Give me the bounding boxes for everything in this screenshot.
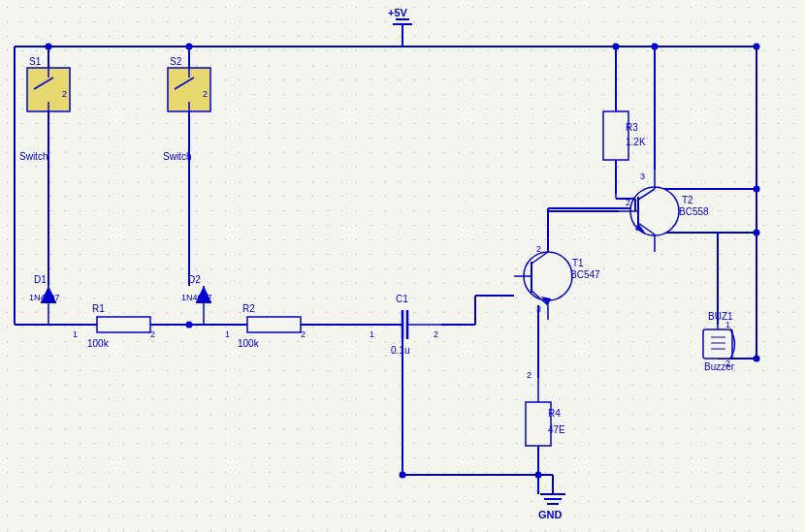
t1-pin3: 3 xyxy=(536,304,541,314)
r3-label: R3 xyxy=(626,122,638,133)
svg-rect-92 xyxy=(703,329,732,359)
svg-rect-70 xyxy=(603,111,628,160)
junction-top-right xyxy=(754,44,760,50)
c1-sublabel: 0.1u xyxy=(391,345,409,356)
svg-rect-60 xyxy=(97,317,150,332)
junction-gnd-r4 xyxy=(535,472,542,479)
schematic-canvas: +5V GND S1 2 Switch S2 2 xyxy=(0,0,805,532)
t2-pin3: 3 xyxy=(640,172,645,181)
s2-label: S2 xyxy=(170,56,182,67)
r1-label: R1 xyxy=(92,303,105,314)
r2-pin2: 2 xyxy=(301,329,306,339)
c1-pin2: 2 xyxy=(434,329,438,339)
power-label: +5V xyxy=(388,7,408,18)
junction-top-s2 xyxy=(186,44,193,50)
buz1-pin2: 2 xyxy=(725,359,730,368)
svg-rect-63 xyxy=(247,317,301,332)
t1-label: T1 xyxy=(572,258,584,268)
r2-sublabel: 100k xyxy=(238,338,260,349)
junction-right-buz xyxy=(754,356,760,362)
t1-sublabel: BC547 xyxy=(570,269,600,280)
svg-point-102 xyxy=(652,44,659,50)
junction-right-t2 xyxy=(754,186,760,193)
s1-label: S1 xyxy=(29,56,42,67)
r1-pin1: 1 xyxy=(73,329,78,339)
d1-sublabel: 1N4007 xyxy=(29,293,60,302)
gnd-label: GND xyxy=(538,509,563,520)
t1-pin2: 2 xyxy=(536,244,541,254)
r4-pin2: 2 xyxy=(527,370,531,380)
r4-label: R4 xyxy=(548,408,561,419)
junction-gnd-c1 xyxy=(400,472,406,479)
svg-point-104 xyxy=(754,230,760,236)
junction-top-s1 xyxy=(46,44,52,50)
s2-pin2: 2 xyxy=(203,89,208,99)
r4-sublabel: 47E xyxy=(548,424,565,435)
s1-pin2: 2 xyxy=(62,89,67,99)
c1-pin1: 1 xyxy=(370,329,374,339)
r3-sublabel: 1.2K xyxy=(626,137,646,147)
d1-label: D1 xyxy=(34,274,47,285)
r1-pin2: 2 xyxy=(150,329,155,339)
t2-sublabel: BC558 xyxy=(679,206,709,217)
d2-sublabel: 1N4007 xyxy=(181,293,212,302)
t2-label: T2 xyxy=(682,195,693,205)
c1-label: C1 xyxy=(396,294,408,304)
buz1-pin1: 1 xyxy=(725,320,730,329)
s1-sublabel: Switch xyxy=(19,151,48,162)
d2-label: D2 xyxy=(188,274,201,285)
s2-sublabel: Switch xyxy=(163,151,191,162)
buz1-sublabel: Buzzer xyxy=(704,361,735,372)
r2-label: R2 xyxy=(242,303,255,314)
junction-top-r3 xyxy=(613,44,620,50)
r1-sublabel: 100k xyxy=(87,338,110,349)
junction-mid-s2-d2 xyxy=(186,322,193,329)
r2-pin1: 1 xyxy=(225,329,230,339)
